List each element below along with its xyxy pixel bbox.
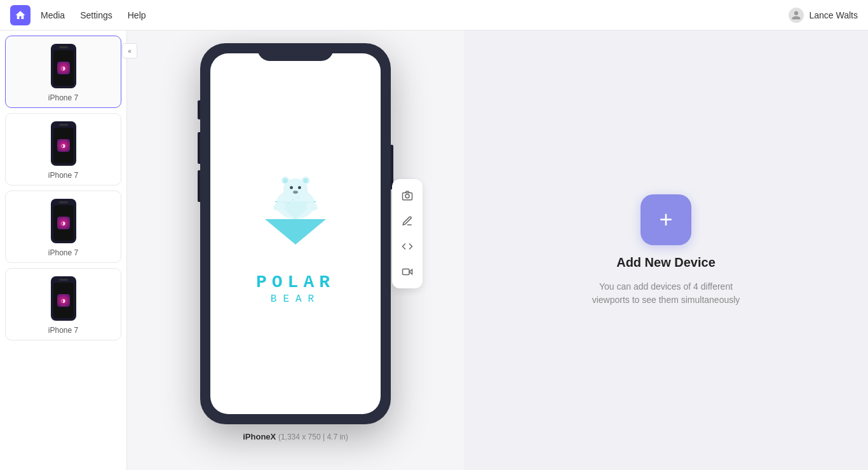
device-card-2[interactable]: iPhone 7: [5, 113, 121, 185]
svg-point-14: [297, 197, 299, 198]
polar-text-line2: BEAR: [256, 293, 335, 305]
svg-point-17: [405, 194, 409, 198]
code-button[interactable]: [396, 235, 419, 258]
app-icon-3: [57, 217, 70, 229]
app-icon-2: [57, 139, 70, 152]
nav-help[interactable]: Help: [128, 10, 146, 20]
center-panel: POLAR BEAR: [127, 30, 464, 470]
user-name: Lance Walts: [809, 10, 858, 20]
device-screen-1: [53, 50, 74, 86]
video-button[interactable]: [396, 260, 419, 283]
device-thumbnail-2: [51, 121, 76, 166]
device-label-3: iPhone 7: [48, 248, 78, 257]
device-screen-2: [53, 128, 74, 163]
header: Media Settings Help Lance Walts: [0, 0, 868, 30]
device-label-1: iPhone 7: [48, 93, 78, 102]
nav-settings[interactable]: Settings: [80, 10, 112, 20]
phone-wrapper: POLAR BEAR: [200, 43, 391, 424]
phone-frame: POLAR BEAR: [200, 43, 391, 424]
add-device-title: Add New Device: [616, 255, 715, 270]
app-icon-1: [57, 62, 70, 74]
phone-button-silent: [198, 100, 200, 119]
device-card-1[interactable]: iPhone 7: [5, 36, 121, 108]
device-specs-label: (1,334 x 750 | 4.7 in): [278, 433, 348, 441]
screenshot-button[interactable]: [396, 184, 419, 207]
device-label-2: iPhone 7: [48, 171, 78, 180]
svg-point-10: [293, 191, 298, 194]
app-name-text: POLAR BEAR: [256, 272, 335, 305]
app-logo: POLAR BEAR: [245, 163, 346, 305]
svg-rect-18: [403, 269, 410, 275]
annotate-button[interactable]: [396, 210, 419, 232]
svg-marker-0: [265, 219, 326, 245]
device-label-4: iPhone 7: [48, 326, 78, 335]
svg-point-9: [298, 186, 301, 189]
device-screen-3: [53, 205, 74, 241]
main-layout: iPhone 7 iPhone 7 iPhone 7: [0, 30, 868, 470]
svg-point-15: [288, 202, 290, 203]
add-device-description: You can add devices of 4 different viewp…: [590, 280, 742, 307]
svg-point-7: [303, 178, 308, 183]
app-icon-4: [57, 294, 70, 307]
device-thumbnail-1: [51, 44, 76, 88]
device-info: iPhoneX (1,334 x 750 | 4.7 in): [243, 432, 348, 441]
plus-icon: +: [659, 208, 672, 231]
phone-notch: [257, 43, 334, 61]
nav-media[interactable]: Media: [41, 10, 65, 20]
right-panel: + Add New Device You can add devices of …: [464, 30, 868, 470]
add-device-button[interactable]: +: [641, 194, 691, 245]
svg-point-8: [290, 186, 293, 189]
device-thumbnail-3: [51, 199, 76, 243]
collapse-icon: «: [128, 48, 132, 55]
home-logo[interactable]: [10, 5, 31, 25]
device-card-3[interactable]: iPhone 7: [5, 191, 121, 263]
sidebar: iPhone 7 iPhone 7 iPhone 7: [0, 30, 127, 470]
svg-point-13: [292, 199, 294, 201]
sidebar-toggle[interactable]: «: [122, 43, 137, 58]
user-menu[interactable]: Lance Walts: [789, 8, 858, 23]
polar-text-line1: POLAR: [256, 272, 335, 292]
user-avatar: [789, 8, 804, 23]
device-name-label: iPhoneX: [243, 432, 276, 441]
device-card-4[interactable]: iPhone 7: [5, 268, 121, 340]
phone-screen: POLAR BEAR: [210, 53, 381, 414]
main-nav: Media Settings Help: [41, 10, 789, 20]
phone-button-vol-up: [198, 132, 200, 164]
add-device-section: + Add New Device You can add devices of …: [590, 194, 742, 307]
phone-button-vol-down: [198, 170, 200, 202]
polar-bear-svg: [245, 163, 346, 265]
side-toolbar: [392, 179, 423, 288]
device-screen-4: [53, 283, 74, 318]
svg-point-6: [283, 178, 288, 183]
device-thumbnail-4: [51, 276, 76, 321]
